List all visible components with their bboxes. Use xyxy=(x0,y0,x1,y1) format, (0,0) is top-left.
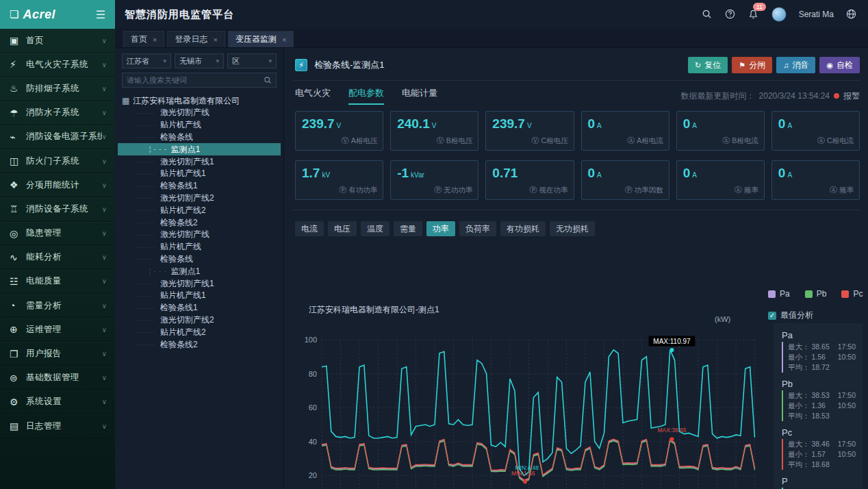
power-line-chart[interactable]: 0001020304050607080910111213141516171819… xyxy=(293,319,772,489)
tree-guide-dots: ······· xyxy=(137,158,156,165)
tree-root-label: 江苏安科瑞电器制造有限公司 xyxy=(133,95,240,107)
window-tab[interactable]: 登录日志× xyxy=(167,31,225,47)
tree-node-label: 激光切割产线 xyxy=(160,229,209,240)
metric-unit: A xyxy=(597,171,602,179)
tree-node[interactable]: ·······激光切割产线2 xyxy=(122,192,277,205)
chevron-down-icon: ∨ xyxy=(102,133,107,140)
legend-item-Pb[interactable]: Pb xyxy=(805,289,827,299)
sidebar-item-fire-door-subsystem[interactable]: ◫防火门子系统∨ xyxy=(0,149,115,173)
sidebar-item-energy-analysis[interactable]: ∿能耗分析∨ xyxy=(0,246,115,270)
detail-tab-配电参数[interactable]: 配电参数 xyxy=(348,87,384,105)
tree-node[interactable]: ·······检验条线 xyxy=(122,253,277,266)
tree-node[interactable]: ·······激光切割产线 xyxy=(122,107,277,119)
open-switch-button[interactable]: ⚑分闸 xyxy=(732,57,772,73)
language-globe-icon[interactable] xyxy=(846,9,857,20)
sidebar-item-energy-breakdown-statistics[interactable]: ❖分项用能统计∨ xyxy=(0,173,115,197)
tree-node[interactable]: ·······贴片机产线1 xyxy=(122,290,277,302)
max-analysis-checkbox[interactable]: ✓ 最值分析 xyxy=(768,310,813,321)
stats-row: 最大：38.4617:50 xyxy=(788,439,856,449)
detail-tab-电能计量[interactable]: 电能计量 xyxy=(402,87,437,105)
tree-node[interactable]: ·······贴片机产线1 xyxy=(122,168,277,180)
sidebar-item-smoke-control-subsystem[interactable]: ♨防排烟子系统∨ xyxy=(0,77,115,101)
tree-guide-dots: ······· xyxy=(137,207,156,214)
chart-filter-需量[interactable]: 需量 xyxy=(394,221,422,236)
tree-root-company[interactable]: ▦ 江苏安科瑞电器制造有限公司 xyxy=(122,95,277,107)
sidebar-item-basic-data-management[interactable]: ⊜基础数据管理∨ xyxy=(0,366,115,390)
chart-filter-电压[interactable]: 电压 xyxy=(328,221,357,236)
sidebar-item-log-management[interactable]: ▤日志管理∨ xyxy=(0,414,115,438)
tree-node[interactable]: ·······检验条线1 xyxy=(122,302,277,314)
sidebar-item-label: 分项用能统计 xyxy=(26,179,102,191)
chart-filter-温度[interactable]: 温度 xyxy=(361,221,390,236)
sidebar-item-operation-maintenance[interactable]: ⊕运维管理∨ xyxy=(0,318,115,342)
tree-node[interactable]: ·······贴片机产线2 xyxy=(122,326,277,338)
hamburger-menu-icon[interactable]: ☰ xyxy=(96,8,105,21)
metric-label-text: 视在功率 xyxy=(539,186,568,194)
close-icon[interactable]: × xyxy=(153,36,157,44)
chart-filter-负荷率[interactable]: 负荷率 xyxy=(459,221,496,236)
district-select[interactable]: 区 ▾ xyxy=(227,53,277,68)
sidebar-item-user-report[interactable]: ❐用户报告∨ xyxy=(0,342,115,366)
tree-guide-dots: ······· xyxy=(137,255,156,262)
tree-node[interactable]: ·······贴片机产线 xyxy=(122,119,277,131)
close-icon[interactable]: × xyxy=(213,36,217,44)
logo-text: Acrel xyxy=(23,8,95,22)
chart-legend: PaPbPc xyxy=(768,289,864,299)
sidebar-item-electrical-fire-subsystem[interactable]: ⚡电气火灾子系统∨ xyxy=(0,53,115,77)
help-icon[interactable] xyxy=(725,9,736,20)
search-icon[interactable] xyxy=(702,9,713,20)
sidebar-item-fire-equipment-subsystem[interactable]: ♖消防设备子系统∨ xyxy=(0,197,115,221)
max-analysis-label: 最值分析 xyxy=(780,310,813,321)
sidebar-item-system-settings[interactable]: ⚙系统设置∨ xyxy=(0,390,115,414)
close-icon[interactable]: × xyxy=(282,36,286,44)
user-report-icon: ❐ xyxy=(10,349,26,360)
chart-filter-功率[interactable]: 功率 xyxy=(426,221,455,236)
search-icon xyxy=(264,76,272,84)
sidebar-item-fire-water-subsystem[interactable]: ☂消防水子系统∨ xyxy=(0,101,115,125)
tree-node[interactable]: ¦ - - -监测点1 xyxy=(118,143,281,155)
mute-button[interactable]: ♫消音 xyxy=(776,57,815,73)
sidebar-item-hazard-management[interactable]: ◎隐患管理∨ xyxy=(0,222,115,246)
tree-node[interactable]: ¦ - - -监测点1 xyxy=(122,265,277,277)
metric-cards-row1: 239.7VⓋA相电压240.1VⓋB相电压239.7VⓋC相电压0AⒶA相电流… xyxy=(285,104,868,151)
tree-node[interactable]: ·······贴片机产线2 xyxy=(122,204,277,216)
tree-node[interactable]: ·······激光切割产线1 xyxy=(122,155,277,168)
stats-row-value: 1.57 xyxy=(812,449,826,460)
tree-node[interactable]: ·······激光切割产线1 xyxy=(122,277,277,290)
sidebar-item-home[interactable]: ▣首页∨ xyxy=(0,29,115,53)
sidebar-item-demand-analysis[interactable]: ◔需量分析∨ xyxy=(0,294,115,318)
sidebar-item-power-quality[interactable]: ☳电能质量∨ xyxy=(0,270,115,294)
chart-filter-chips: 电流电压温度需量功率负荷率有功损耗无功损耗 xyxy=(285,210,868,236)
metric-card: 0AⒶ频率 xyxy=(771,160,860,200)
tree-node[interactable]: ·······激光切割产线 xyxy=(122,229,277,241)
detail-tab-电气火灾[interactable]: 电气火灾 xyxy=(295,87,331,105)
tree-node[interactable]: ·······激光切割产线2 xyxy=(122,314,277,327)
notification-bell-icon[interactable]: 11 xyxy=(748,9,759,20)
stats-group-name: Pb xyxy=(782,379,856,389)
province-select[interactable]: 江苏省 ▾ xyxy=(122,53,171,68)
tree-node[interactable]: ·······检验条线2 xyxy=(122,216,277,229)
city-select[interactable]: 无锡市 ▾ xyxy=(175,53,224,68)
chart-filter-有功损耗[interactable]: 有功损耗 xyxy=(500,221,546,236)
user-avatar[interactable] xyxy=(771,7,787,22)
reset-button[interactable]: ↻复位 xyxy=(688,57,728,73)
window-tab[interactable]: 首页× xyxy=(123,31,164,47)
tree-node[interactable]: ·······检验条线2 xyxy=(122,338,277,351)
tree-node[interactable]: ·······贴片机产线 xyxy=(122,241,277,253)
tree-node[interactable]: ·······检验条线1 xyxy=(122,180,277,192)
tree-node[interactable]: ·······检验条线 xyxy=(122,131,277,144)
chart-filter-电流[interactable]: 电流 xyxy=(295,221,324,236)
sidebar-item-label: 基础数据管理 xyxy=(26,372,102,384)
sidebar-item-fire-equipment-power-subsystem[interactable]: ⌁消防设备电源子系统∨ xyxy=(0,125,115,149)
sidebar-item-label: 运维管理 xyxy=(26,324,102,336)
legend-item-Pa[interactable]: Pa xyxy=(768,289,790,299)
window-tabstrip: 首页×登录日志×变压器监测× xyxy=(115,29,868,48)
sidebar-item-label: 需量分析 xyxy=(26,300,102,312)
circled-letter-icon: Ⓐ xyxy=(722,136,730,145)
chart-filter-无功损耗[interactable]: 无功损耗 xyxy=(550,221,595,236)
window-tab[interactable]: 变压器监测× xyxy=(228,31,294,47)
tree-search-input[interactable] xyxy=(127,76,264,84)
legend-item-Pc[interactable]: Pc xyxy=(841,289,863,299)
chevron-down-icon: ∨ xyxy=(102,85,107,92)
self-check-button[interactable]: ◉自检 xyxy=(819,57,860,73)
